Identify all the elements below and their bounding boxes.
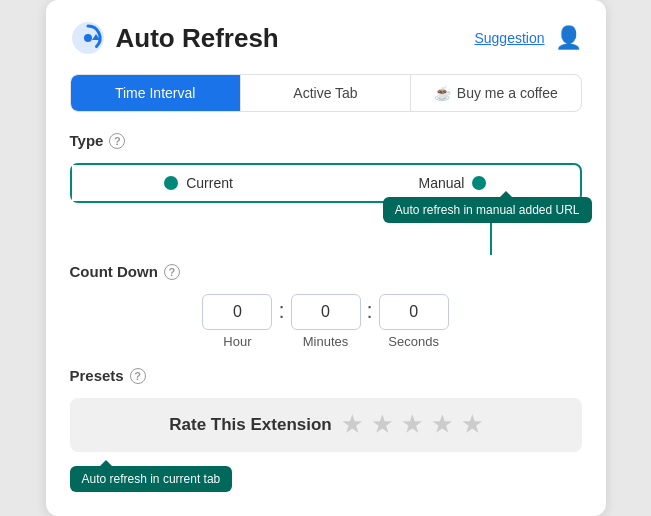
star-2[interactable]: ★ [372,412,392,438]
person-icon[interactable]: 👤 [555,25,582,51]
tab-time-interval[interactable]: Time Interval [71,75,240,111]
separator-1: : [278,298,284,324]
countdown-label: Count Down ? [70,263,582,280]
suggestion-link[interactable]: Suggestion [474,30,544,46]
manual-dot [472,176,486,190]
separator-2: : [367,298,373,324]
hour-label: Hour [223,334,251,349]
star-5[interactable]: ★ [462,412,482,438]
header-left: Auto Refresh [70,20,279,56]
type-option-manual[interactable]: Manual [326,165,580,201]
app-title: Auto Refresh [116,23,279,54]
hour-input[interactable] [202,294,272,330]
star-3[interactable]: ★ [402,412,422,438]
seconds-field: Seconds [379,294,449,349]
header: Auto Refresh Suggestion 👤 [70,20,582,56]
type-option-current[interactable]: Current [72,165,326,201]
coffee-icon: ☕ [434,85,451,101]
header-right: Suggestion 👤 [474,25,581,51]
time-inputs: Hour : Minutes : Seconds [70,294,582,349]
rate-label: Rate This Extension [169,415,331,435]
type-container: Current Manual Auto refresh in manual ad… [70,163,582,203]
main-card: Auto Refresh Suggestion 👤 Time Interval … [46,0,606,516]
svg-point-2 [84,34,92,42]
presets-section: Presets ? [70,367,582,384]
tooltip-current: Auto refresh in current tab [70,466,233,492]
minutes-label: Minutes [303,334,349,349]
current-dot [164,176,178,190]
logo-icon [70,20,106,56]
type-label: Type ? [70,132,582,149]
presets-label: Presets ? [70,367,582,384]
countdown-section: Count Down ? Hour : Minutes : Seconds [70,263,582,349]
minutes-field: Minutes [291,294,361,349]
tooltip-manual: Auto refresh in manual added URL [383,197,592,223]
tooltip-current-wrapper: Auto refresh in current tab [70,466,233,492]
minutes-input[interactable] [291,294,361,330]
tabs-bar: Time Interval Active Tab ☕ Buy me a coff… [70,74,582,112]
hour-field: Hour [202,294,272,349]
seconds-input[interactable] [379,294,449,330]
presets-help-icon[interactable]: ? [130,368,146,384]
countdown-help-icon[interactable]: ? [164,264,180,280]
tab-active-tab[interactable]: Active Tab [241,75,410,111]
tab-buy-coffee[interactable]: ☕ Buy me a coffee [411,75,580,111]
type-help-icon[interactable]: ? [109,133,125,149]
seconds-label: Seconds [388,334,439,349]
star-1[interactable]: ★ [342,412,362,438]
star-4[interactable]: ★ [432,412,452,438]
rate-section: Rate This Extension ★ ★ ★ ★ ★ [70,398,582,452]
